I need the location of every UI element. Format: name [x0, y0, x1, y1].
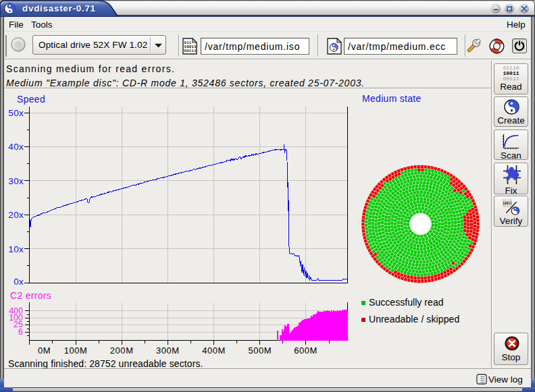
svg-text:00111: 00111 [503, 204, 512, 207]
